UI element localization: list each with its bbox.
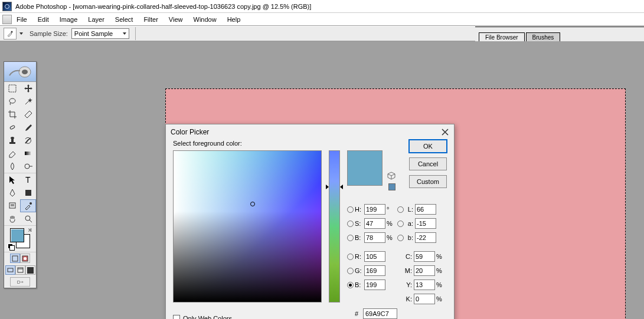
svg-point-20 — [24, 257, 27, 260]
input-hex[interactable] — [363, 308, 397, 319]
healing-tool-icon[interactable] — [4, 121, 20, 134]
sample-size-label: Sample Size: — [30, 30, 68, 37]
radio-b[interactable] — [347, 235, 354, 241]
gamut-warning-icon[interactable] — [387, 172, 395, 180]
svg-rect-22 — [18, 268, 23, 272]
custom-button[interactable]: Custom — [409, 175, 447, 188]
input-l[interactable] — [415, 204, 436, 215]
hand-tool-icon[interactable] — [4, 212, 20, 225]
svg-rect-5 — [9, 85, 16, 92]
input-bb[interactable] — [364, 279, 385, 290]
eraser-tool-icon[interactable] — [4, 147, 20, 160]
radio-s[interactable] — [347, 221, 354, 227]
separator — [135, 27, 136, 40]
screen-standard-icon[interactable] — [5, 265, 15, 275]
ok-button[interactable]: OK — [409, 140, 447, 153]
swap-colors-icon[interactable]: ⤭ — [28, 227, 32, 233]
blur-tool-icon[interactable] — [4, 160, 20, 173]
input-k[interactable] — [414, 294, 435, 304]
marquee-tool-icon[interactable] — [4, 82, 20, 95]
label-k: K: — [404, 295, 412, 302]
zoom-tool-icon[interactable] — [20, 212, 36, 225]
jump-to-imageready-icon[interactable] — [10, 277, 30, 287]
input-lb[interactable] — [415, 232, 436, 243]
workspace: T ⤭ — [0, 41, 644, 319]
tool-preset-dropdown[interactable] — [19, 28, 24, 39]
menu-edit[interactable]: Edit — [38, 16, 49, 23]
default-colors-icon[interactable] — [8, 244, 15, 251]
screen-fullmenu-icon[interactable] — [15, 265, 25, 275]
current-tool-eyedropper-icon[interactable] — [4, 28, 17, 40]
dialog-title: Color Picker — [171, 128, 209, 136]
saturation-value-field[interactable] — [173, 150, 322, 302]
input-a[interactable] — [415, 218, 436, 229]
brush-tool-icon[interactable] — [20, 121, 36, 134]
standard-mode-icon[interactable] — [10, 254, 20, 263]
label-s: S: — [355, 220, 364, 227]
lasso-tool-icon[interactable] — [4, 95, 20, 108]
unit-pct-k: % — [436, 295, 443, 302]
label-r: R: — [355, 253, 364, 260]
radio-h[interactable] — [347, 206, 354, 213]
radio-l[interactable] — [397, 206, 404, 213]
screen-full-icon[interactable] — [25, 265, 35, 275]
menu-file[interactable]: File — [17, 16, 27, 23]
label-b: B: — [355, 234, 364, 241]
svg-text:T: T — [25, 175, 31, 185]
gradient-tool-icon[interactable] — [20, 147, 36, 160]
window-title: Adobe Photoshop - [woman-wearing-pink-co… — [15, 3, 311, 10]
menu-view[interactable]: View — [169, 16, 183, 23]
input-r[interactable] — [364, 251, 385, 262]
input-c[interactable] — [414, 251, 435, 262]
input-y[interactable] — [414, 279, 435, 290]
label-g: G: — [355, 267, 364, 274]
menu-select[interactable]: Select — [115, 16, 133, 23]
eyedropper-tool-icon[interactable] — [20, 199, 36, 212]
close-icon[interactable] — [441, 128, 449, 136]
radio-bb[interactable] — [347, 282, 354, 288]
type-tool-icon[interactable]: T — [20, 173, 36, 186]
sample-size-value: Point Sample — [74, 30, 113, 37]
svg-rect-14 — [25, 190, 31, 196]
label-bb: B: — [355, 281, 364, 288]
radio-lb[interactable] — [397, 235, 404, 241]
foreground-swatch[interactable] — [10, 228, 24, 242]
wand-tool-icon[interactable] — [20, 95, 36, 108]
menu-image[interactable]: Image — [60, 16, 78, 23]
cancel-button[interactable]: Cancel — [409, 157, 447, 170]
menu-help[interactable]: Help — [227, 16, 241, 23]
only-web-colors-checkbox[interactable] — [173, 315, 180, 319]
history-brush-tool-icon[interactable] — [20, 134, 36, 147]
input-s[interactable] — [364, 218, 385, 229]
path-select-tool-icon[interactable] — [4, 173, 20, 186]
crop-tool-icon[interactable] — [4, 108, 20, 121]
notes-tool-icon[interactable] — [4, 199, 20, 212]
sample-size-select[interactable]: Point Sample — [71, 28, 129, 39]
color-preview — [347, 150, 383, 186]
menu-layer[interactable]: Layer — [88, 16, 104, 23]
svg-rect-11 — [25, 152, 32, 155]
quickmask-mode-icon[interactable] — [20, 254, 30, 263]
label-hash: # — [355, 310, 363, 317]
dodge-tool-icon[interactable] — [20, 160, 36, 173]
menu-window[interactable]: Window — [194, 16, 217, 23]
svg-point-10 — [11, 137, 14, 139]
websafe-swatch[interactable] — [388, 183, 395, 190]
hue-slider[interactable] — [329, 150, 341, 302]
menu-filter[interactable]: Filter — [143, 16, 158, 23]
radio-a[interactable] — [397, 221, 404, 227]
radio-g[interactable] — [347, 268, 354, 274]
label-c: C: — [404, 253, 412, 260]
input-b[interactable] — [364, 232, 385, 243]
input-g[interactable] — [364, 265, 385, 276]
pen-tool-icon[interactable] — [4, 186, 20, 199]
stamp-tool-icon[interactable] — [4, 134, 20, 147]
svg-rect-7 — [9, 125, 15, 129]
input-m[interactable] — [414, 265, 435, 276]
radio-r[interactable] — [347, 254, 354, 260]
move-tool-icon[interactable] — [20, 82, 36, 95]
shape-tool-icon[interactable] — [20, 186, 36, 199]
color-picker-dialog: Color Picker Select foreground color: OK… — [165, 124, 455, 319]
slice-tool-icon[interactable] — [20, 108, 36, 121]
input-h[interactable] — [364, 204, 385, 215]
